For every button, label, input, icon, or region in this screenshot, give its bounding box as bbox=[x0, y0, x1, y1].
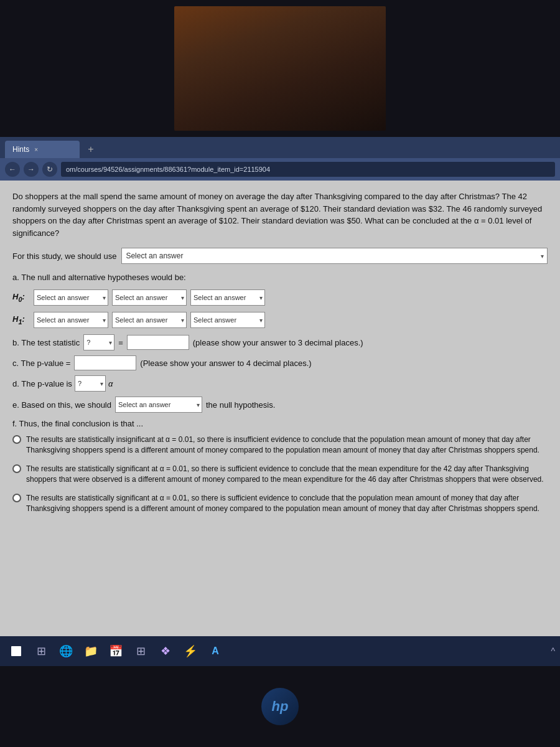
taskbar-icon-a[interactable]: A bbox=[204, 640, 226, 662]
pvalue-compare-label: d. The p-value is bbox=[12, 379, 72, 388]
refresh-button[interactable]: ↻ bbox=[42, 162, 57, 177]
url-text: om/courses/94526/assignments/886361?modu… bbox=[66, 166, 270, 173]
taskbar-chevron[interactable]: ^ bbox=[551, 646, 555, 656]
test-stat-input[interactable] bbox=[127, 335, 189, 350]
taskbar-icon-edge[interactable]: 🌐 bbox=[55, 640, 77, 662]
background-image bbox=[174, 6, 386, 131]
h1-select1[interactable]: Select an answer μ₁ = μ₂ μ₁ ≠ μ₂ μ₁ < μ₂… bbox=[34, 312, 108, 328]
browser-window: Hints × + ← → ↻ om/courses/94526/assignm… bbox=[0, 137, 560, 666]
alpha-compare-select[interactable]: ? > < = bbox=[75, 375, 106, 392]
h0-select2-container: Select an answer = ≠ < > ▾ bbox=[112, 289, 187, 306]
pvalue-input[interactable] bbox=[74, 355, 136, 370]
url-bar[interactable]: om/courses/94526/assignments/886361?modu… bbox=[61, 162, 555, 177]
h1-select2-container: Select an answer = ≠ < > ▾ bbox=[112, 312, 187, 328]
radio-btn-1[interactable] bbox=[12, 435, 21, 444]
h1-select3-container: Select answer μ₁ μ₂ 0 ▾ bbox=[190, 312, 265, 328]
hypotheses-label: a. The null and alternative hypotheses w… bbox=[12, 273, 548, 282]
test-stat-select[interactable]: ? t z bbox=[83, 334, 114, 350]
test-stat-row: b. The test statistic ? t z ▾ = (please … bbox=[12, 334, 548, 350]
back-button[interactable]: ← bbox=[5, 162, 20, 177]
h0-select1[interactable]: Select an answer μ₁ = μ₂ μ₁ ≠ μ₂ μ₁ < μ₂… bbox=[34, 289, 108, 306]
h0-row: H0: Select an answer μ₁ = μ₂ μ₁ ≠ μ₂ μ₁ … bbox=[12, 289, 548, 306]
taskbar-icon-lightning[interactable]: ⚡ bbox=[179, 640, 202, 662]
taskbar-icon-desktop[interactable]: ⊞ bbox=[30, 640, 52, 662]
taskbar-icon-explorer[interactable]: 📁 bbox=[80, 640, 102, 662]
h1-select2[interactable]: Select an answer = ≠ < > bbox=[112, 312, 187, 328]
radio-option-3: The results are statistically significan… bbox=[12, 493, 548, 515]
start-button[interactable] bbox=[5, 640, 27, 662]
based-label: e. Based on this, we should bbox=[12, 400, 111, 410]
tab-label: Hints bbox=[12, 145, 29, 154]
bottom-area: hp bbox=[0, 666, 560, 747]
h0-select2[interactable]: Select an answer = ≠ < > bbox=[112, 289, 187, 306]
based-select[interactable]: Select an answer reject fail to reject bbox=[115, 397, 202, 413]
h1-label: H1: bbox=[12, 314, 30, 326]
tab-bar: Hints × + bbox=[0, 137, 560, 158]
based-row: e. Based on this, we should Select an an… bbox=[12, 397, 548, 413]
taskbar-icon-special[interactable]: ❖ bbox=[154, 640, 177, 662]
test-stat-equals: = bbox=[118, 338, 123, 347]
nav-bar: ← → ↻ om/courses/94526/assignments/88636… bbox=[0, 158, 560, 181]
conclusion-label: f. Thus, the final conclusion is that ..… bbox=[12, 419, 548, 428]
based-suffix: the null hypothesis. bbox=[206, 400, 275, 410]
h0-select3-container: Select an answer μ₁ μ₂ 0 ▾ bbox=[190, 289, 265, 306]
radio-text-2: The results are statistically significan… bbox=[26, 464, 548, 486]
top-area bbox=[0, 0, 560, 137]
study-label: For this study, we should use bbox=[12, 251, 116, 261]
taskbar: ⊞ 🌐 📁 📅 ⊞ ❖ ⚡ A ^ bbox=[0, 636, 560, 666]
pvalue-hint: (Please show your answer to 4 decimal pl… bbox=[140, 359, 311, 368]
content-area: Do shoppers at the mall spend the same a… bbox=[0, 181, 560, 666]
taskbar-right: ^ bbox=[551, 646, 555, 656]
alpha-compare-container: ? > < = ▾ bbox=[75, 375, 106, 392]
h1-select1-container: Select an answer μ₁ = μ₂ μ₁ ≠ μ₂ μ₁ < μ₂… bbox=[34, 312, 108, 328]
question-text: Do shoppers at the mall spend the same a… bbox=[12, 190, 548, 239]
pvalue-row: c. The p-value = (Please show your answe… bbox=[12, 355, 548, 370]
h0-label: H0: bbox=[12, 292, 30, 303]
h1-row: H1: Select an answer μ₁ = μ₂ μ₁ ≠ μ₂ μ₁ … bbox=[12, 312, 548, 328]
radio-option-2: The results are statistically significan… bbox=[12, 464, 548, 486]
study-select[interactable]: Select an answer t-test for two independ… bbox=[121, 248, 548, 264]
test-stat-hint: (please show your answer to 3 decimal pl… bbox=[193, 338, 363, 347]
based-select-container: Select an answer reject fail to reject ▾ bbox=[115, 397, 202, 413]
hp-logo-text: hp bbox=[272, 698, 289, 715]
pvalue-label: c. The p-value = bbox=[12, 359, 70, 368]
test-stat-label: b. The test statistic bbox=[12, 338, 80, 347]
forward-button[interactable]: → bbox=[24, 162, 39, 177]
taskbar-icon-calendar[interactable]: 📅 bbox=[105, 640, 127, 662]
new-tab-button[interactable]: + bbox=[82, 141, 100, 158]
h0-select1-container: Select an answer μ₁ = μ₂ μ₁ ≠ μ₂ μ₁ < μ₂… bbox=[34, 289, 108, 306]
test-stat-select-container: ? t z ▾ bbox=[83, 334, 114, 350]
hp-logo: hp bbox=[261, 688, 299, 725]
tab-close-button[interactable]: × bbox=[34, 146, 38, 153]
radio-btn-2[interactable] bbox=[12, 464, 21, 473]
radio-text-1: The results are statistically insignific… bbox=[26, 435, 548, 456]
browser-tab[interactable]: Hints × bbox=[5, 141, 80, 158]
content-scroll[interactable]: Do shoppers at the mall spend the same a… bbox=[12, 190, 548, 656]
h1-select3[interactable]: Select answer μ₁ μ₂ 0 bbox=[190, 312, 265, 328]
study-select-container: Select an answer t-test for two independ… bbox=[121, 248, 548, 264]
taskbar-icon-apps[interactable]: ⊞ bbox=[129, 640, 152, 662]
alpha-symbol: α bbox=[108, 379, 113, 388]
study-row: For this study, we should use Select an … bbox=[12, 248, 548, 264]
alpha-row: d. The p-value is ? > < = ▾ α bbox=[12, 375, 548, 392]
radio-btn-3[interactable] bbox=[12, 494, 21, 502]
radio-text-3: The results are statistically significan… bbox=[26, 493, 548, 515]
h0-select3[interactable]: Select an answer μ₁ μ₂ 0 bbox=[190, 289, 265, 306]
radio-option-1: The results are statistically insignific… bbox=[12, 435, 548, 456]
